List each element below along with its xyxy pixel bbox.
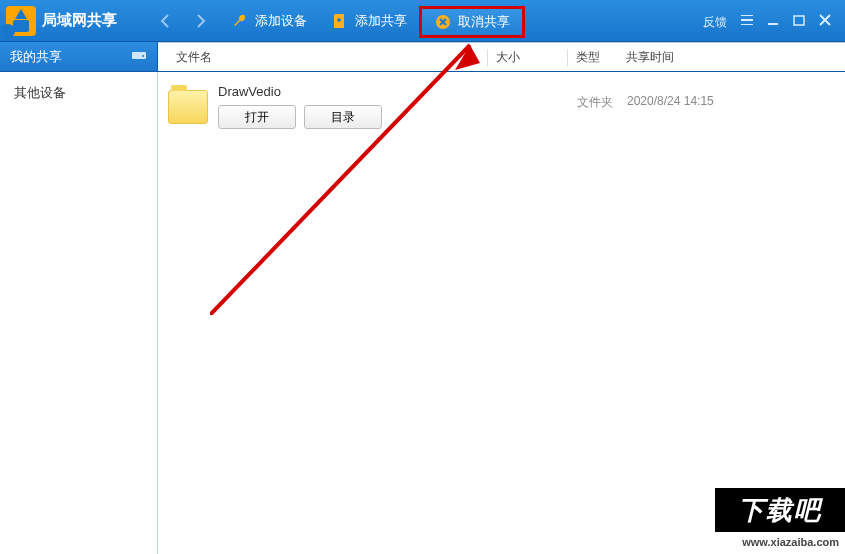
sub-header: 我的共享 文件名 大小 类型 共享时间 <box>0 42 845 72</box>
app-icon <box>6 6 36 36</box>
column-type[interactable]: 类型 <box>568 49 618 66</box>
sidebar: 其他设备 <box>0 72 158 554</box>
add-share-label: 添加共享 <box>355 12 407 30</box>
add-share-button[interactable]: 添加共享 <box>319 0 419 42</box>
directory-button[interactable]: 目录 <box>304 105 382 129</box>
open-button[interactable]: 打开 <box>218 105 296 129</box>
sidebar-item-other-devices[interactable]: 其他设备 <box>0 78 157 108</box>
column-time[interactable]: 共享时间 <box>618 49 845 66</box>
sidebar-tab-label: 我的共享 <box>10 48 62 66</box>
app-title: 局域网共享 <box>42 11 117 30</box>
cancel-share-button[interactable]: 取消共享 <box>419 6 525 38</box>
file-name: DrawVedio <box>218 84 382 99</box>
maximize-button[interactable] <box>793 14 805 29</box>
titlebar: 局域网共享 添加设备 添加共享 取消共享 反馈 <box>0 0 845 42</box>
file-time: 2020/8/24 14:15 <box>627 94 767 108</box>
watermark-logo: 下载吧 <box>715 488 845 532</box>
wrench-icon <box>231 12 249 30</box>
column-size[interactable]: 大小 <box>488 49 568 66</box>
column-name[interactable]: 文件名 <box>158 49 488 66</box>
add-file-icon <box>331 12 349 30</box>
nav-forward-button[interactable] <box>191 11 211 31</box>
cancel-icon <box>434 13 452 31</box>
close-button[interactable] <box>819 14 831 29</box>
nav-back-button[interactable] <box>155 11 175 31</box>
cancel-share-label: 取消共享 <box>458 13 510 31</box>
folder-icon <box>168 90 208 124</box>
watermark-url: www.xiazaiba.com <box>742 536 839 548</box>
sidebar-tab-myshare[interactable]: 我的共享 <box>0 42 158 71</box>
content-area: DrawVedio 打开 目录 文件夹 2020/8/24 14:15 <box>158 72 845 554</box>
column-headers: 文件名 大小 类型 共享时间 <box>158 42 845 71</box>
add-device-button[interactable]: 添加设备 <box>219 0 319 42</box>
svg-rect-3 <box>132 52 146 59</box>
add-device-label: 添加设备 <box>255 12 307 30</box>
minimize-button[interactable] <box>767 14 779 29</box>
svg-rect-2 <box>794 16 804 25</box>
svg-point-4 <box>142 55 144 57</box>
menu-icon[interactable] <box>741 14 753 28</box>
feedback-link[interactable]: 反馈 <box>703 14 727 31</box>
disk-icon <box>131 49 147 64</box>
